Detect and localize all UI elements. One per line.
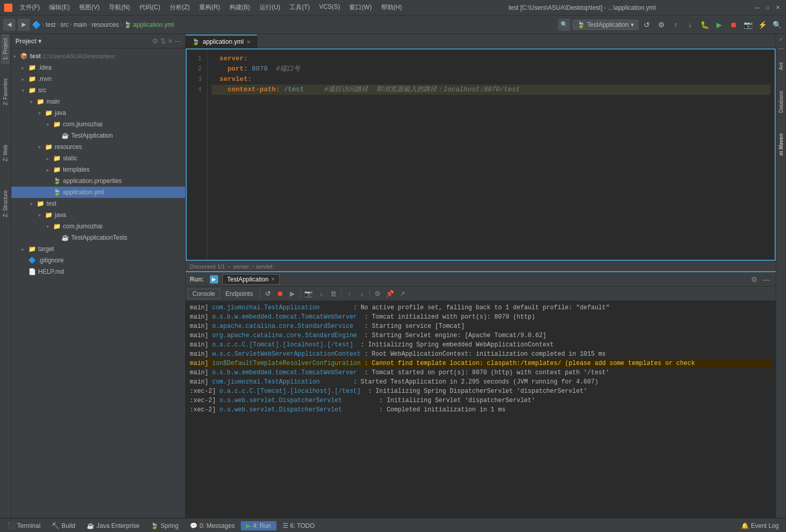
tree-item-app-properties[interactable]: 🍃 application.properties: [11, 175, 185, 187]
minimize-button[interactable]: —: [753, 4, 761, 12]
tree-item-testapplication[interactable]: ☕ TestApplication: [11, 130, 185, 141]
event-log-icon: 🔔: [741, 522, 749, 529]
window-controls: — □ ✕: [753, 4, 782, 12]
external-button[interactable]: ↗: [397, 288, 408, 300]
bc-test[interactable]: test: [45, 21, 55, 28]
settings2-button[interactable]: ⚙: [372, 288, 383, 300]
project-sort-icon[interactable]: ⇅: [160, 37, 166, 45]
footer-todo[interactable]: ☰ 6: TODO: [277, 521, 320, 530]
tab-close-button[interactable]: ✕: [247, 39, 251, 45]
tree-item-testapplicationtests[interactable]: ☕ TestApplicationTests: [11, 232, 185, 243]
tree-item-mvn[interactable]: ▸ 📁 .mvn: [11, 73, 185, 85]
tree-item-test-java[interactable]: ▾ 📁 java: [11, 209, 185, 221]
tree-item-gitignore[interactable]: 🔷 .gitignore: [11, 255, 185, 266]
pin-button[interactable]: 📌: [384, 288, 396, 300]
database-tab[interactable]: Database: [777, 88, 785, 116]
left-tab-structure[interactable]: Z: Structure: [1, 186, 10, 221]
menu-view[interactable]: 视图(V): [75, 2, 104, 13]
clear-console-button[interactable]: 🗑: [328, 288, 339, 300]
screenshot-console-button[interactable]: 📷: [303, 288, 314, 300]
footer-spring[interactable]: 🍃 Spring: [145, 521, 184, 530]
project-gear-icon[interactable]: ≡: [168, 37, 172, 45]
tree-item-test-root[interactable]: ▾ 📦 test C:\Users\ASUA\Desktop\test: [11, 51, 185, 62]
tree-item-helpmd[interactable]: 📄 HELP.md: [11, 266, 185, 277]
line-num-2: 2: [189, 64, 205, 74]
menu-analyze[interactable]: 分析(Z): [166, 2, 194, 13]
down-arrow-console[interactable]: ↓: [356, 288, 367, 300]
run-config-selector[interactable]: 🍃 TestApplication ▾: [572, 20, 638, 30]
left-tab-web[interactable]: Z: Web: [1, 141, 10, 165]
up-arrow-console[interactable]: ↑: [343, 288, 355, 300]
rerun-button[interactable]: ↺: [262, 288, 273, 300]
coverage-button[interactable]: ↑: [669, 19, 682, 31]
tree-item-target[interactable]: ▸ 📁 target: [11, 243, 185, 255]
console-line: :xec-2] o.s.web.servlet.DispatcherServle…: [190, 405, 772, 414]
project-settings-icon[interactable]: ⚙: [152, 37, 158, 45]
tree-item-com-jiumozhai[interactable]: ▾ 📁 com.jiumozhai: [11, 119, 185, 130]
bc-yaml[interactable]: 🍃 application.yml: [124, 21, 174, 28]
menu-help[interactable]: 帮助(H): [377, 2, 406, 13]
tree-item-app-yml[interactable]: 🍃 application.yml: [11, 187, 185, 198]
tab-label: application.yml: [203, 38, 243, 45]
back-button[interactable]: ◀: [3, 19, 15, 31]
bc-src[interactable]: src: [60, 21, 69, 28]
search2-button[interactable]: 🔍: [771, 19, 783, 31]
tree-item-src[interactable]: ▾ 📁 src: [11, 85, 185, 96]
rebuild-button[interactable]: ↺: [641, 19, 653, 31]
settings-button[interactable]: ⚙: [655, 19, 667, 31]
tree-item-static[interactable]: ▸ 📁 static: [11, 153, 185, 164]
code-editor[interactable]: server: port: 8070 #端口号 servlet: context…: [207, 49, 775, 260]
menu-file[interactable]: 文件(F): [15, 2, 44, 13]
ant-tab[interactable]: Ant: [777, 59, 785, 73]
console-minimize-button[interactable]: —: [761, 274, 772, 285]
tree-item-idea[interactable]: ▸ 📁 .idea: [11, 62, 185, 73]
menu-tools[interactable]: 工具(T): [285, 2, 314, 13]
footer-terminal[interactable]: ⬛ Terminal: [2, 521, 45, 530]
menu-window[interactable]: 窗口(W): [345, 2, 375, 13]
left-tab-project[interactable]: 1: Project: [1, 34, 10, 64]
console-tab-close[interactable]: ✕: [271, 276, 275, 282]
tree-item-java[interactable]: ▾ 📁 java: [11, 107, 185, 119]
left-tab-favorites[interactable]: 2: Favorites: [1, 74, 10, 109]
footer-run[interactable]: ▶ 4: Run: [241, 521, 276, 530]
menu-vcs[interactable]: VCS(S): [315, 2, 345, 13]
footer-messages[interactable]: 💬 0: Messages: [185, 521, 240, 530]
tree-item-resources[interactable]: ▾ 📁 resources: [11, 141, 185, 153]
bc-main[interactable]: main: [73, 21, 87, 28]
scroll-end-button[interactable]: ↓: [315, 288, 326, 300]
tree-item-templates[interactable]: ▸ 📁 templates: [11, 164, 185, 175]
footer-event-log[interactable]: 🔔 Event Log: [736, 521, 784, 530]
footer-java-enterprise[interactable]: ☕ Java Enterprise: [81, 521, 144, 530]
resume-button[interactable]: ▶: [287, 288, 298, 300]
tree-item-test-com[interactable]: ▾ 📁 com.jiumozhai: [11, 221, 185, 232]
maven-tab[interactable]: m Maven: [777, 130, 785, 159]
endpoints-subtab[interactable]: Endpoints: [221, 289, 257, 299]
stop-console-button[interactable]: ⏹: [274, 288, 286, 300]
console-settings-button[interactable]: ⚙: [749, 274, 759, 285]
footer-build[interactable]: 🔨 Build: [46, 521, 80, 530]
console-subtab[interactable]: Console: [188, 289, 220, 299]
tree-item-test-src[interactable]: ▾ 📁 test: [11, 198, 185, 209]
debug-button[interactable]: 🐛: [698, 19, 711, 31]
menu-edit[interactable]: 编辑(E): [45, 2, 74, 13]
run-button[interactable]: ▶: [713, 19, 725, 31]
code-area[interactable]: 1 2 3 🔖 4 🔖 server: port: 8070 #端口号: [186, 48, 776, 261]
menu-build[interactable]: 构建(B): [225, 2, 254, 13]
stop-button[interactable]: ⏹: [727, 19, 740, 31]
console-tab-testapp[interactable]: TestApplication ✕: [222, 274, 280, 285]
tab-application-yml[interactable]: 🍃 application.yml ✕: [186, 35, 257, 48]
menu-navigate[interactable]: 导航(N): [105, 2, 134, 13]
forward-button[interactable]: ▶: [18, 19, 30, 31]
menu-code[interactable]: 代码(C): [135, 2, 165, 13]
lightning-button[interactable]: ⚡: [756, 19, 768, 31]
project-minimize-icon[interactable]: —: [174, 37, 181, 45]
camera-button[interactable]: 📷: [742, 19, 754, 31]
search-button[interactable]: 🔍: [558, 19, 570, 31]
tree-item-main[interactable]: ▾ 📁 main: [11, 96, 185, 107]
bc-resources[interactable]: resources: [92, 21, 119, 28]
menu-run[interactable]: 运行(U): [255, 2, 285, 13]
maximize-button[interactable]: □: [763, 4, 772, 12]
menu-refactor[interactable]: 重构(R): [195, 2, 224, 13]
close-button[interactable]: ✕: [774, 4, 782, 12]
profiler-button[interactable]: ↓: [684, 19, 696, 31]
